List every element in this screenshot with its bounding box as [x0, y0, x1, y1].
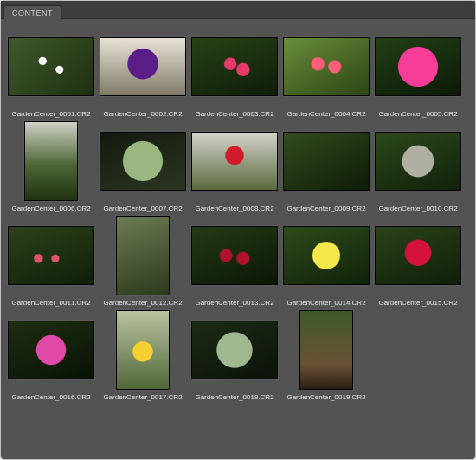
thumbnail-filename: GardenCenter_0010.CR2 — [375, 204, 461, 212]
thumbnail-filename: GardenCenter_0014.CR2 — [283, 299, 370, 307]
thumbnail-cell[interactable]: GardenCenter_0013.CR2 — [191, 217, 278, 307]
thumbnail-cell[interactable]: GardenCenter_0002.CR2 — [100, 28, 186, 118]
thumbnail-cell[interactable]: GardenCenter_0003.CR2 — [191, 28, 278, 118]
thumbnail-box — [191, 311, 278, 389]
thumbnail-filename: GardenCenter_0006.CR2 — [8, 204, 94, 212]
thumbnail-filename: GardenCenter_0012.CR2 — [100, 299, 186, 307]
thumbnail-box — [191, 28, 278, 106]
thumbnail-box — [375, 28, 461, 106]
thumbnail-image[interactable] — [283, 37, 370, 96]
panel-tabbar: CONTENT — [1, 1, 475, 19]
thumbnail-cell[interactable]: GardenCenter_0015.CR2 — [375, 217, 461, 307]
thumbnail-filename: GardenCenter_0001.CR2 — [8, 110, 94, 118]
thumbnail-image[interactable] — [24, 121, 78, 201]
thumbnail-image[interactable] — [191, 226, 278, 285]
thumbnail-box — [100, 28, 186, 106]
thumbnail-filename: GardenCenter_0019.CR2 — [283, 393, 370, 401]
thumbnail-image[interactable] — [191, 321, 278, 379]
thumbnail-box — [100, 311, 186, 389]
thumbnail-cell[interactable]: GardenCenter_0001.CR2 — [8, 28, 94, 118]
thumbnail-image[interactable] — [100, 37, 186, 96]
content-area[interactable]: GardenCenter_0001.CR2GardenCenter_0002.C… — [1, 19, 475, 459]
thumbnail-image[interactable] — [283, 132, 370, 191]
thumbnail-box — [100, 217, 186, 295]
thumbnail-image[interactable] — [191, 37, 278, 96]
thumbnail-image[interactable] — [191, 132, 278, 191]
thumbnail-grid: GardenCenter_0001.CR2GardenCenter_0002.C… — [8, 28, 468, 401]
content-panel: CONTENT GardenCenter_0001.CR2GardenCente… — [1, 1, 475, 459]
thumbnail-cell[interactable]: GardenCenter_0017.CR2 — [100, 311, 186, 401]
thumbnail-image[interactable] — [283, 226, 370, 285]
thumbnail-cell[interactable]: GardenCenter_0014.CR2 — [283, 217, 370, 307]
thumbnail-cell[interactable]: GardenCenter_0005.CR2 — [375, 28, 461, 118]
thumbnail-image[interactable] — [8, 37, 94, 96]
thumbnail-cell[interactable]: GardenCenter_0008.CR2 — [191, 122, 278, 212]
thumbnail-filename: GardenCenter_0004.CR2 — [283, 110, 370, 118]
thumbnail-box — [8, 122, 94, 200]
thumbnail-cell[interactable]: GardenCenter_0009.CR2 — [283, 122, 370, 212]
thumbnail-box — [191, 217, 278, 295]
thumbnail-box — [8, 217, 94, 295]
thumbnail-image[interactable] — [8, 226, 94, 285]
thumbnail-box — [283, 217, 370, 295]
thumbnail-filename: GardenCenter_0008.CR2 — [191, 204, 278, 212]
thumbnail-filename: GardenCenter_0015.CR2 — [375, 299, 461, 307]
thumbnail-box — [283, 28, 370, 106]
thumbnail-box — [8, 28, 94, 106]
thumbnail-box — [191, 122, 278, 200]
thumbnail-filename: GardenCenter_0017.CR2 — [100, 393, 186, 401]
thumbnail-box — [283, 122, 370, 200]
thumbnail-cell[interactable]: GardenCenter_0010.CR2 — [375, 122, 461, 212]
thumbnail-cell[interactable]: GardenCenter_0016.CR2 — [8, 311, 94, 401]
thumbnail-box — [283, 311, 370, 389]
thumbnail-cell[interactable]: GardenCenter_0007.CR2 — [100, 122, 186, 212]
thumbnail-image[interactable] — [299, 310, 353, 390]
thumbnail-filename: GardenCenter_0011.CR2 — [8, 299, 94, 307]
tab-content[interactable]: CONTENT — [3, 5, 61, 19]
thumbnail-filename: GardenCenter_0016.CR2 — [8, 393, 94, 401]
thumbnail-image[interactable] — [116, 216, 170, 295]
thumbnail-box — [100, 122, 186, 200]
thumbnail-filename: GardenCenter_0007.CR2 — [100, 204, 186, 212]
thumbnail-cell[interactable]: GardenCenter_0006.CR2 — [8, 122, 94, 212]
thumbnail-box — [375, 217, 461, 295]
thumbnail-box — [8, 311, 94, 389]
thumbnail-image[interactable] — [375, 132, 461, 191]
thumbnail-cell[interactable]: GardenCenter_0012.CR2 — [100, 217, 186, 307]
thumbnail-image[interactable] — [116, 310, 170, 390]
thumbnail-image[interactable] — [8, 321, 94, 379]
thumbnail-filename: GardenCenter_0003.CR2 — [191, 110, 278, 118]
thumbnail-filename: GardenCenter_0018.CR2 — [191, 393, 278, 401]
thumbnail-cell[interactable]: GardenCenter_0019.CR2 — [283, 311, 370, 401]
thumbnail-box — [375, 122, 461, 200]
thumbnail-filename: GardenCenter_0009.CR2 — [283, 204, 370, 212]
thumbnail-filename: GardenCenter_0005.CR2 — [375, 110, 461, 118]
thumbnail-cell[interactable]: GardenCenter_0004.CR2 — [283, 28, 370, 118]
thumbnail-filename: GardenCenter_0013.CR2 — [191, 299, 278, 307]
thumbnail-image[interactable] — [375, 37, 461, 96]
thumbnail-image[interactable] — [100, 132, 186, 191]
thumbnail-cell[interactable]: GardenCenter_0011.CR2 — [8, 217, 94, 307]
thumbnail-image[interactable] — [375, 226, 461, 285]
thumbnail-filename: GardenCenter_0002.CR2 — [100, 110, 186, 118]
thumbnail-cell[interactable]: GardenCenter_0018.CR2 — [191, 311, 278, 401]
